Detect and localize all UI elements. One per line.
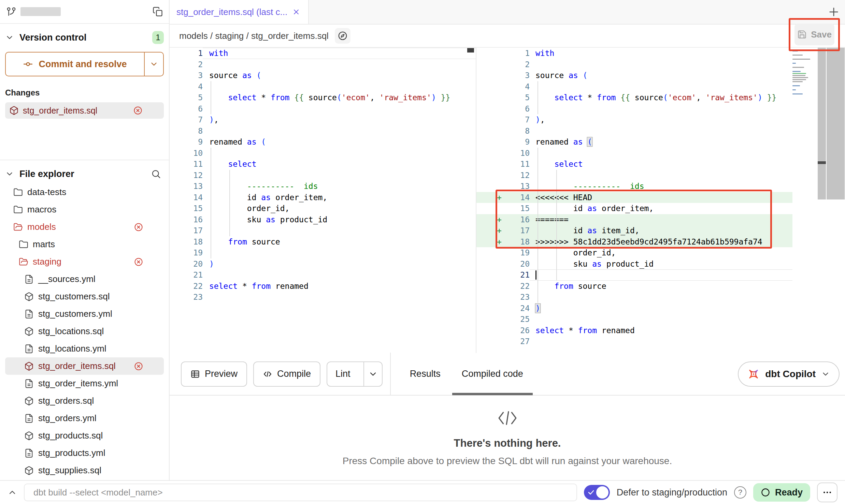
editor-right-pane[interactable]: 1with23source as (45 select * from {{ so… [476, 48, 845, 353]
file-row-stg_order_items.yml[interactable]: stg_order_items.yml [5, 375, 164, 392]
code-line[interactable]: 12 [476, 170, 792, 181]
code-line[interactable]: 20) [170, 258, 476, 270]
code-line[interactable]: 4 [476, 81, 792, 92]
file-row-staging[interactable]: staging [5, 253, 164, 270]
file-row-stg_customers.sql[interactable]: stg_customers.sql [5, 288, 164, 305]
code-line[interactable]: 7), [476, 114, 792, 125]
code-line[interactable]: 4 [170, 81, 476, 92]
file-row-__sources.yml[interactable]: __sources.yml [5, 270, 164, 288]
code-line[interactable]: 3source as ( [476, 70, 792, 81]
preview-button[interactable]: Preview [181, 361, 247, 387]
file-row-stg_products.yml[interactable]: stg_products.yml [5, 444, 164, 462]
code-line[interactable]: 21 [170, 269, 476, 281]
code-line[interactable]: 10 [170, 148, 476, 159]
code-line[interactable]: 2 [476, 59, 792, 70]
file-row-marts[interactable]: marts [5, 236, 164, 253]
dbt-command-input[interactable] [24, 484, 577, 501]
code-line[interactable]: 16 sku as product_id [170, 214, 476, 225]
tab-stg-order-items[interactable]: stg_order_items.sql (last c... [170, 0, 309, 24]
close-icon[interactable] [292, 8, 300, 16]
code-line[interactable]: 5 select * from {{ source('ecom', 'raw_i… [476, 92, 792, 103]
file-row-models[interactable]: models [5, 218, 164, 236]
tab-results[interactable]: Results [410, 353, 441, 395]
lint-options-dropdown[interactable] [363, 362, 382, 386]
code-line[interactable]: +18>>>>>>> 58c1dd23d5eebd9cd2495fa7124ab… [476, 236, 792, 248]
file-row-stg_orders.sql[interactable]: stg_orders.sql [5, 392, 164, 410]
code-line[interactable]: 6 [476, 103, 792, 115]
chevron-up-icon[interactable] [8, 488, 17, 497]
code-line[interactable]: 15 order_id, [170, 203, 476, 214]
code-line[interactable]: 9renamed as ( [170, 136, 476, 148]
file-row-stg_supplies.sql[interactable]: stg_supplies.sql [5, 462, 164, 479]
panel-scrollbar[interactable] [827, 48, 845, 199]
code-line[interactable]: 17 [170, 225, 476, 236]
code-line[interactable]: 10 [476, 148, 792, 159]
code-line[interactable]: 8 [170, 125, 476, 137]
file-row-stg_locations.yml[interactable]: stg_locations.yml [5, 340, 164, 357]
code-line[interactable]: 23 [170, 292, 476, 303]
discard-changes-icon[interactable] [134, 222, 143, 232]
file-row-stg_order_items.sql[interactable]: stg_order_items.sql [5, 357, 164, 375]
code-line[interactable]: 7), [170, 114, 476, 125]
scrollbar-thumb[interactable] [818, 161, 826, 164]
git-branch-icon[interactable] [6, 6, 16, 17]
code-line[interactable]: 21 [476, 269, 792, 281]
code-line[interactable]: 18 from source [170, 236, 476, 248]
version-control-header[interactable]: Version control 1 [5, 28, 164, 47]
code-line[interactable]: 8 [476, 125, 792, 137]
code-line[interactable]: 12 [170, 170, 476, 181]
changed-file-row[interactable]: stg_order_items.sql [5, 102, 164, 119]
code-line[interactable]: 9renamed as ( [476, 136, 792, 148]
code-line[interactable]: 24) [476, 303, 792, 314]
commit-and-resolve-button[interactable]: Commit and resolve [5, 52, 164, 76]
code-line[interactable]: 13 ---------- ids [476, 181, 792, 192]
search-icon[interactable] [151, 169, 161, 179]
code-line[interactable]: 19 [170, 247, 476, 258]
code-line[interactable]: 1with [170, 48, 476, 59]
file-explorer-header[interactable]: File explorer [5, 164, 164, 183]
editor-scrollbar[interactable] [818, 48, 826, 199]
new-tab-button[interactable] [828, 6, 840, 18]
code-line[interactable]: 11 select [476, 159, 792, 170]
save-button[interactable]: Save [794, 24, 834, 45]
file-row-macros[interactable]: macros [5, 201, 164, 218]
discard-change-icon[interactable] [133, 106, 143, 115]
code-line[interactable]: 11 select [170, 159, 476, 170]
code-line[interactable]: 15 id as order_item, [476, 203, 792, 214]
code-line[interactable]: 2 [170, 59, 476, 70]
code-line[interactable]: 1with [476, 48, 792, 59]
discard-changes-icon[interactable] [134, 361, 143, 371]
file-row-stg_products.sql[interactable]: stg_products.sql [5, 427, 164, 444]
code-line[interactable]: 19 order_id, [476, 247, 792, 258]
help-icon[interactable]: ? [734, 486, 746, 499]
editor-left-pane[interactable]: 1with23source as (45 select * from {{ so… [170, 48, 476, 353]
lint-button[interactable]: Lint [327, 362, 359, 386]
file-row-data-tests[interactable]: data-tests [5, 183, 164, 201]
copy-icon[interactable] [153, 6, 163, 17]
dbt-copilot-button[interactable]: dbt Copilot [738, 361, 840, 387]
scrollbar-thumb[interactable] [467, 48, 474, 53]
code-line[interactable]: 20 sku as product_id [476, 258, 792, 270]
code-line[interactable]: 3source as ( [170, 70, 476, 81]
code-line[interactable]: 5 select * from {{ source('ecom', 'raw_i… [170, 92, 476, 103]
file-row-stg_locations.sql[interactable]: stg_locations.sql [5, 323, 164, 340]
file-row-stg_customers.yml[interactable]: stg_customers.yml [5, 305, 164, 323]
more-options-button[interactable] [817, 483, 837, 502]
code-line[interactable]: 22select * from renamed [170, 281, 476, 292]
code-line[interactable]: 22 from source [476, 281, 792, 292]
file-row-stg_orders.yml[interactable]: stg_orders.yml [5, 410, 164, 427]
code-line[interactable]: 26select * from renamed [476, 325, 792, 336]
minimap[interactable] [792, 50, 816, 95]
discard-changes-icon[interactable] [134, 257, 143, 267]
code-line[interactable]: 27 [476, 336, 792, 347]
code-line[interactable]: +17 id as item_id, [476, 225, 792, 236]
code-line[interactable]: +16======= [476, 214, 792, 225]
commit-options-dropdown[interactable] [144, 53, 163, 76]
code-line[interactable]: 25 [476, 314, 792, 325]
code-line[interactable]: +14<<<<<<< HEAD [476, 192, 792, 203]
tab-compiled-code[interactable]: Compiled code [462, 353, 523, 395]
code-line[interactable]: 13 ---------- ids [170, 181, 476, 192]
compile-button[interactable]: Compile [253, 361, 320, 387]
code-line[interactable]: 23 [476, 292, 792, 303]
defer-toggle[interactable] [584, 485, 610, 500]
